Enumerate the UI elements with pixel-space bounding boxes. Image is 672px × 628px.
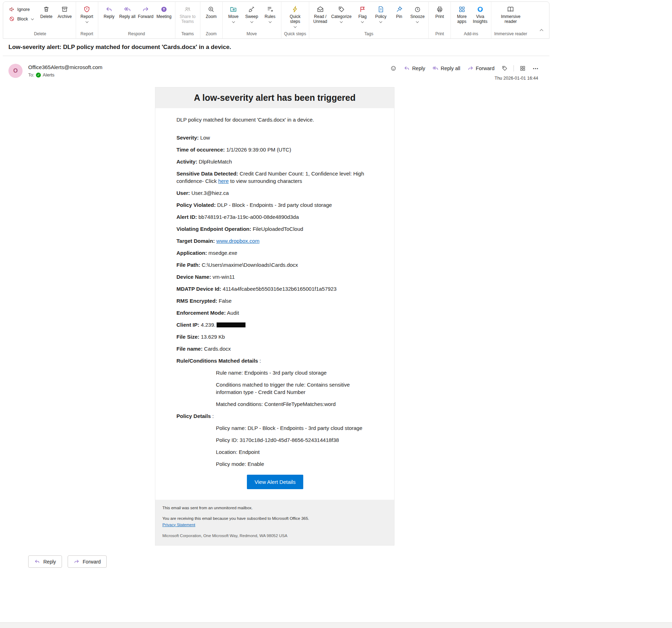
- meeting-label: Meeting: [156, 14, 172, 19]
- ribbon-group-label-addins: Add-ins: [463, 30, 479, 38]
- apps-grid-icon: [519, 65, 526, 72]
- reply-action-button[interactable]: Reply: [401, 64, 428, 73]
- footer-address: Microsoft Corporation, One Microsoft Way…: [162, 533, 387, 539]
- subject-bar: Low-severity alert: DLP policy matched f…: [3, 39, 549, 56]
- sweep-label: Sweep: [245, 14, 258, 19]
- more-apps-button[interactable]: More apps: [453, 4, 471, 25]
- delete-button[interactable]: Delete: [38, 4, 55, 20]
- archive-button[interactable]: Archive: [56, 4, 74, 20]
- snooze-label: Snooze: [410, 14, 425, 19]
- ribbon-group-label-move: Move: [246, 30, 257, 38]
- bottom-forward-label: Forward: [83, 559, 101, 565]
- sweep-broom-icon: [248, 6, 255, 13]
- reply-all-button[interactable]: Reply all: [119, 4, 136, 20]
- ribbon-group-tags: Read / Unread Categorize Flag Policy: [309, 2, 428, 38]
- message-date: Thu 2026-01-01 16:44: [494, 76, 541, 81]
- sender-address[interactable]: Office365Alerts@microsoft.com: [28, 64, 388, 70]
- reply-icon: [404, 65, 410, 72]
- reply-label: Reply: [104, 14, 114, 19]
- ribbon-group-quick-steps: Quick steps Quick steps: [281, 2, 309, 38]
- target-domain-link[interactable]: www.dropbox.com: [216, 238, 260, 244]
- ribbon-row: Ignore Block Delete Archive D: [3, 2, 549, 38]
- forward-label: Forward: [138, 14, 154, 19]
- redacted-value: [217, 322, 245, 327]
- ignore-button[interactable]: Ignore: [7, 6, 31, 13]
- more-options-button[interactable]: …: [530, 64, 541, 73]
- flag-button[interactable]: Flag: [354, 4, 371, 23]
- sender-block: Office365Alerts@microsoft.com To: ✓ Aler…: [28, 64, 388, 78]
- immersive-reader-icon: [507, 6, 514, 13]
- zoom-button[interactable]: Zoom: [203, 4, 220, 20]
- cta-container: View Alert Details: [176, 475, 374, 489]
- ribbon-group-label-print: Print: [435, 30, 445, 38]
- read-unread-button[interactable]: Read / Unread: [311, 4, 329, 25]
- reply-all-action-button[interactable]: Reply all: [430, 64, 463, 73]
- bottom-reply-button[interactable]: Reply: [28, 555, 62, 568]
- chevron-up-icon: [540, 29, 543, 33]
- chevron-down-icon: [361, 20, 364, 23]
- archive-label: Archive: [58, 14, 72, 19]
- chevron-down-icon: [31, 17, 33, 20]
- privacy-statement-link[interactable]: Privacy Statement: [162, 523, 195, 527]
- chevron-down-icon: [340, 20, 343, 23]
- forward-icon: [74, 559, 80, 565]
- sender-avatar[interactable]: O: [8, 64, 23, 78]
- to-label: To:: [28, 72, 34, 78]
- block-button[interactable]: Block: [7, 16, 35, 22]
- chevron-down-icon: [268, 20, 271, 23]
- to-line: To: ✓ Alerts: [28, 72, 388, 78]
- snooze-button[interactable]: Snooze: [409, 4, 426, 23]
- policy-item: Policy mode: Enable: [216, 460, 374, 468]
- email-body-card: A low-severity alert has been triggered …: [155, 87, 394, 546]
- report-shield-icon: [83, 6, 91, 13]
- policy-button[interactable]: Policy: [372, 4, 390, 23]
- tag-button[interactable]: [499, 64, 510, 73]
- policy-document-icon: [377, 6, 385, 13]
- ribbon-group-immersive: Immersive reader Immersive reader: [491, 2, 530, 38]
- flag-icon: [359, 6, 366, 13]
- policy-details-heading: Policy Details :: [176, 412, 374, 420]
- print-button[interactable]: Print: [431, 4, 448, 20]
- field-device-name: Device Name: vm-win11: [176, 273, 374, 281]
- move-button[interactable]: Move: [225, 4, 242, 23]
- recipient-name[interactable]: Alerts: [43, 72, 54, 78]
- immersive-reader-label: Immersive reader: [500, 14, 522, 24]
- alert-title-band: A low-severity alert has been triggered: [155, 87, 394, 108]
- viva-insights-label: Viva Insights: [472, 14, 489, 24]
- meeting-button[interactable]: Meeting: [155, 4, 173, 20]
- share-to-teams-button[interactable]: Share to Teams: [178, 4, 198, 25]
- collapse-ribbon-button[interactable]: [539, 26, 544, 35]
- forward-button[interactable]: Forward: [137, 4, 155, 20]
- sweep-button[interactable]: Sweep: [243, 4, 261, 23]
- reactions-button[interactable]: [388, 64, 399, 73]
- categorize-button[interactable]: Categorize: [330, 4, 353, 23]
- field-mdatp-id: MDATP Device Id: 4114a4fcabee5b550316e13…: [176, 285, 374, 293]
- ribbon-group-label-teams: Teams: [181, 30, 194, 38]
- tag-icon: [502, 65, 508, 72]
- rules-button[interactable]: Rules: [261, 4, 279, 23]
- forward-action-button[interactable]: Forward: [465, 64, 497, 73]
- report-button[interactable]: Report: [78, 4, 96, 23]
- here-link[interactable]: here: [218, 178, 229, 184]
- quick-steps-button[interactable]: Quick steps: [286, 4, 304, 28]
- immersive-reader-button[interactable]: Immersive reader: [499, 4, 522, 25]
- printer-icon: [436, 6, 443, 13]
- policy-item: Policy name: DLP - Block - Endpoints - 3…: [216, 424, 374, 432]
- pin-button[interactable]: Pin: [390, 4, 408, 20]
- delete-label: Delete: [40, 14, 52, 19]
- field-rms-encrypted: RMS Encrypted: False: [176, 297, 374, 304]
- rules-list-icon: [266, 6, 274, 13]
- view-alert-details-button[interactable]: View Alert Details: [247, 475, 303, 489]
- window-bottom-band: [0, 622, 672, 628]
- viva-insights-button[interactable]: Viva Insights: [471, 4, 489, 25]
- field-enforcement-mode: Enforcement Mode: Audit: [176, 309, 374, 316]
- field-alert-id: Alert ID: bb748191-e73a-119c-a000-08de48…: [176, 213, 374, 221]
- bottom-reply-label: Reply: [43, 559, 56, 565]
- bottom-forward-button[interactable]: Forward: [68, 555, 107, 568]
- rule-item: Conditions matched to trigger the rule: …: [216, 381, 374, 396]
- pin-icon: [396, 6, 403, 13]
- reply-button[interactable]: Reply: [100, 4, 118, 20]
- policy-label: Policy: [375, 14, 386, 19]
- apps-button[interactable]: [517, 64, 528, 73]
- header-right: Reply Reply all Forward …: [388, 64, 541, 81]
